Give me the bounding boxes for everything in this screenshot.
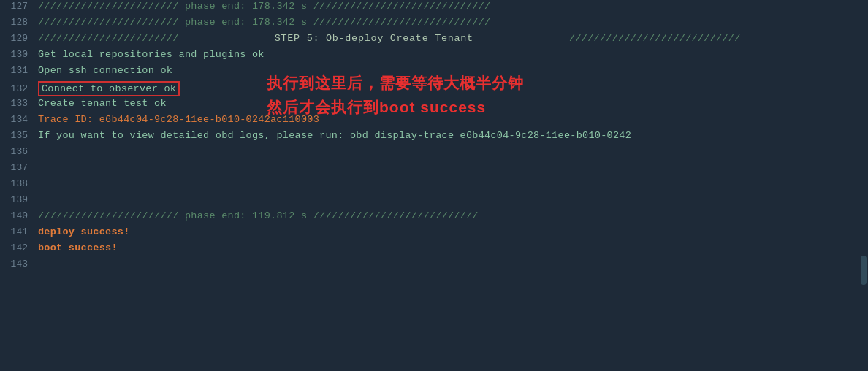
- line-number: 133: [0, 98, 38, 109]
- line-132: 132 Connect to observer ok 执行到这里后，需要等待大概…: [0, 80, 868, 97]
- log-line-deploy-success: deploy success!: [38, 226, 130, 237]
- line-number: 141: [0, 226, 38, 237]
- line-141: 141 deploy success!: [0, 226, 868, 242]
- log-line-get-repos: Get local repositories and plugins ok: [38, 49, 264, 60]
- line-number: 134: [0, 114, 38, 125]
- line-number: 140: [0, 210, 38, 221]
- line-136: 136: [0, 145, 868, 161]
- line-number: 128: [0, 17, 38, 28]
- line-143: 143: [0, 258, 868, 274]
- line-129: 129 /////////////////////// STEP 5: Ob-d…: [0, 32, 868, 48]
- line-number: 138: [0, 178, 38, 189]
- line-number: 131: [0, 65, 38, 76]
- log-line-obd-hint: If you want to view detailed obd logs, p…: [38, 130, 631, 141]
- line-140: 140 /////////////////////// phase end: 1…: [0, 210, 868, 226]
- line-number: 135: [0, 130, 38, 141]
- line-128: 128 /////////////////////// phase end: 1…: [0, 16, 868, 32]
- line-number: 127: [0, 1, 38, 12]
- annotation-text: 执行到这里后，需要等待大概半分钟然后才会执行到boot success: [267, 72, 524, 119]
- line-number: 136: [0, 146, 38, 157]
- separator-line: /////////////////////// phase end: 178.3…: [38, 1, 490, 12]
- log-line-boot-success: boot success!: [38, 242, 118, 253]
- line-142: 142 boot success!: [0, 242, 868, 258]
- log-line-connect-observer: Connect to observer ok: [38, 81, 180, 96]
- separator-line-2: /////////////////////// phase end: 119.8…: [38, 210, 479, 221]
- line-137: 137: [0, 161, 868, 177]
- log-line-open-ssh: Open ssh connection ok: [38, 65, 172, 76]
- terminal-window: 127 /////////////////////// phase end: 1…: [0, 0, 868, 371]
- line-number: 129: [0, 33, 38, 44]
- line-number: 132: [0, 83, 38, 94]
- line-135: 135 If you want to view detailed obd log…: [0, 129, 868, 145]
- line-number: 143: [0, 259, 38, 269]
- line-number: 130: [0, 49, 38, 60]
- log-line-create-tenant: Create tenant test ok: [38, 98, 167, 109]
- scrollbar[interactable]: [861, 256, 867, 285]
- line-139: 139: [0, 194, 868, 210]
- line-number: 142: [0, 242, 38, 253]
- line-130: 130 Get local repositories and plugins o…: [0, 48, 868, 64]
- line-number: 139: [0, 194, 38, 205]
- step-line: /////////////////////// STEP 5: Ob-deplo…: [38, 33, 741, 44]
- line-number: 137: [0, 162, 38, 173]
- line-138: 138: [0, 177, 868, 194]
- separator-line: /////////////////////// phase end: 178.3…: [38, 17, 490, 28]
- line-127: 127 /////////////////////// phase end: 1…: [0, 0, 868, 16]
